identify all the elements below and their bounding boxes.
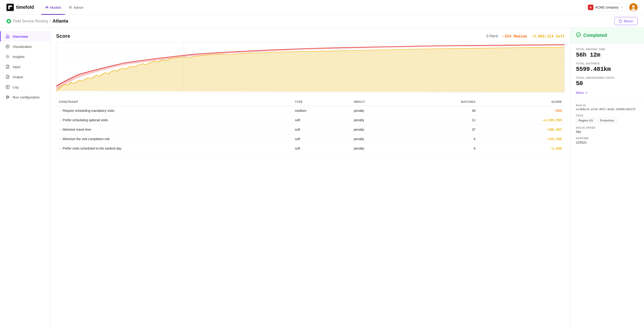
main-layout: Overview Visualization Insights Input Ou… [0,28,644,329]
constraint-impact: penalty [351,125,409,134]
constraint-matches: 6 [409,134,478,144]
sidebar-item-insights[interactable]: Insights [0,52,50,62]
constraint-impact: penalty [351,134,409,144]
expand-row-4[interactable]: › [59,146,62,150]
constraint-name: Minimize travel time [63,128,91,131]
table-body: › Require scheduling mandatory visits me… [56,106,565,153]
svg-rect-0 [6,4,14,11]
rerun-icon [619,19,622,23]
constraint-name: Prefer scheduling optional visits [63,118,108,122]
constraints-table: CONSTRAINT TYPE IMPACT MATCHES SCORE › R… [56,98,565,153]
input-icon [5,64,10,69]
svg-point-11 [7,56,8,58]
sidebar-item-output-label: Output [13,75,23,79]
constraint-impact: penalty [351,116,409,125]
svg-point-3 [48,7,48,8]
expand-row-3[interactable]: › [59,137,62,141]
header: timefold Models Admin A ACME company [0,0,644,15]
header-right: A ACME company [585,3,638,12]
constraint-name: Prefer visits scheduled to the earliest … [63,146,122,150]
tag-region-us: Region-US [576,118,596,123]
company-selector[interactable]: A ACME company [585,3,626,12]
nav-models[interactable]: Models [42,1,65,15]
more-label: More [576,91,584,94]
svg-point-8 [8,20,10,22]
constraint-impact: penalty [351,144,409,153]
constraint-type: soft [292,144,351,153]
breadcrumb: Field Service Routing / Atlanta [6,18,68,24]
score-chart: 00:00:00 00:00:15 00:00:30 00:00:45 [56,42,565,92]
svg-point-33 [6,98,7,98]
overview-icon [5,34,10,39]
constraint-matches: 49 [409,106,478,116]
constraint-name: Minimize the visit completion risk [63,137,110,141]
constraint-matches: 11 [409,116,478,125]
avatar[interactable] [629,3,638,12]
logo-icon [6,4,14,11]
expand-row-0[interactable]: › [59,109,62,112]
right-panel: Completed TOTAL DRIVING TIME 56h 12m TOT… [570,28,644,329]
sidebar-item-log-label: Log [13,85,18,89]
sidebar-item-output[interactable]: Output [0,72,50,82]
chart-svg [56,42,564,92]
constraint-score: −4,599,999 [478,116,565,125]
score-title: Score [56,33,70,39]
score-header: Score 0 Hard −354 Medium −5,069,314 Soft [56,33,565,39]
table-row: › Minimize travel time soft penalty 37 −… [56,125,565,134]
col-type: TYPE [292,98,351,106]
unassigned-label: TOTAL UNASSIGNED VISITS [576,76,638,79]
constraint-impact: penalty [351,106,409,116]
distance-value: 5599.481km [576,66,638,73]
svg-point-6 [632,5,635,8]
solve-speed-label: SOLVE SPEED [576,126,638,129]
svg-point-1 [46,6,48,7]
nav-admin[interactable]: Admin [65,1,87,15]
nav-admin-label: Admin [74,6,84,10]
sidebar-item-log[interactable]: Log [0,82,50,92]
svg-line-15 [9,58,9,58]
tags-label: TAGS [576,114,638,117]
svg-line-18 [6,58,6,58]
visualization-icon [5,44,10,49]
constraint-score: −354 [478,106,565,116]
constraint-name: Require scheduling mandatory visits [63,109,114,112]
svg-point-32 [8,97,9,98]
expand-row-1[interactable]: › [59,118,62,122]
rerun-label: Rerun [624,19,633,23]
col-score: SCORE [478,98,565,106]
chevron-down-icon-more [585,91,588,94]
more-link[interactable]: More [576,91,638,94]
svg-line-19 [9,55,9,56]
sidebar-item-visualization[interactable]: Visualization [0,42,50,52]
breadcrumb-separator: / [50,19,50,23]
svg-point-4 [70,7,71,8]
col-impact: IMPACT [351,98,409,106]
constraint-type: soft [292,125,351,134]
sidebar-item-overview-label: Overview [13,34,28,38]
distance-label: TOTAL DISTANCE [576,62,638,65]
table-header: CONSTRAINT TYPE IMPACT MATCHES SCORE [56,98,565,106]
completed-check-icon [576,32,581,38]
table-header-row: CONSTRAINT TYPE IMPACT MATCHES SCORE [56,98,565,106]
constraint-type: medium [292,106,351,116]
solve-speed-value: 56s [576,130,638,134]
breadcrumb-parent[interactable]: Field Service Routing [13,19,48,23]
expand-row-2[interactable]: › [59,128,62,131]
score-hard-badge: 0 Hard [486,34,498,38]
sidebar-item-input-label: Input [13,65,20,69]
unassigned-value: 50 [576,80,638,87]
svg-line-14 [6,55,6,56]
log-icon [5,85,10,89]
run-id-value: ec466ec8-e234-49f2-8e4b-28499c48223f [576,108,638,111]
sidebar-item-input[interactable]: Input [0,62,50,72]
score-medium-badge: −354 Medium [502,34,527,38]
sidebar-item-overview[interactable]: Overview [0,31,50,42]
constraint-type: soft [292,134,351,144]
run-config-icon [5,95,10,100]
sidebar-item-run-config[interactable]: Run configuration [0,92,50,102]
company-name: ACME company [595,6,618,9]
meta-section: RUN ID ec466ec8-e234-49f2-8e4b-28499c482… [570,100,644,152]
rerun-button[interactable]: Rerun [614,17,638,25]
sidebar: Overview Visualization Insights Input Ou… [0,28,50,329]
constraint-score: −158,508 [478,134,565,144]
